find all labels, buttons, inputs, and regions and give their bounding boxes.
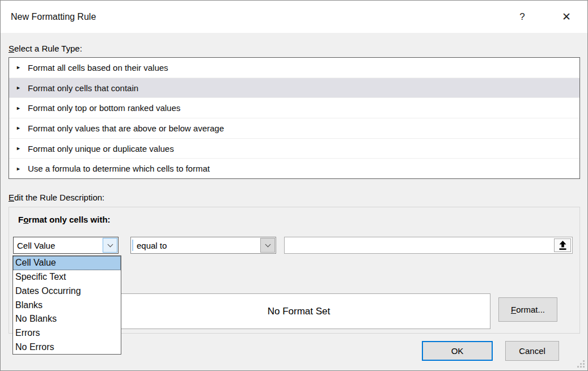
format-button[interactable]: Format... [498, 297, 557, 322]
rule-type-option-above-below-average[interactable]: ► Format only values that are above or b… [9, 118, 579, 139]
rule-type-listbox: ► Format all cells based on their values… [9, 57, 580, 179]
chevron-down-icon[interactable] [260, 238, 275, 253]
rule-type-option-label: Format only values that are above or bel… [28, 123, 224, 133]
format-preview-text: No Format Set [268, 306, 331, 317]
arrow-right-icon: ► [16, 65, 23, 70]
select-rule-type-label: Select a Rule Type: [9, 44, 82, 53]
arrow-right-icon: ► [16, 85, 23, 91]
value-input[interactable] [285, 237, 572, 253]
rule-type-option-top-bottom-ranked[interactable]: ► Format only top or bottom ranked value… [9, 98, 579, 118]
rule-type-option-use-formula[interactable]: ► Use a formula to determine which cells… [9, 159, 579, 178]
rule-type-option-label: Use a formula to determine which cells t… [28, 164, 210, 173]
dropdown-option-cell-value[interactable]: Cell Value [13, 256, 121, 270]
dialog-title: New Formatting Rule [11, 1, 96, 33]
rule-type-option-label: Format only top or bottom ranked values [28, 103, 180, 113]
rule-type-option-label: Format only unique or duplicate values [28, 144, 174, 153]
arrow-right-icon: ► [16, 166, 23, 172]
arrow-right-icon: ► [16, 146, 23, 151]
rule-type-option-label: Format all cells based on their values [28, 63, 168, 73]
rule-type-option-label: Format only cells that contain [28, 83, 138, 93]
help-button[interactable]: ? [508, 1, 536, 33]
value-input-wrap [284, 237, 573, 254]
up-arrow-icon [559, 241, 567, 250]
edit-rule-description-label: Edit the Rule Description: [9, 193, 104, 202]
rule-type-option-format-all-cells[interactable]: ► Format all cells based on their values [9, 58, 579, 78]
rule-type-option-unique-duplicate[interactable]: ► Format only unique or duplicate values [9, 139, 579, 159]
new-formatting-rule-dialog: New Formatting Rule ? ✕ Select a Rule Ty… [0, 0, 588, 371]
ok-button[interactable]: OK [422, 341, 493, 361]
rule-type-option-cells-that-contain[interactable]: ► Format only cells that contain [9, 78, 579, 99]
titlebar: New Formatting Rule ? ✕ [1, 1, 587, 33]
cell-type-combobox-value: Cell Value [14, 241, 102, 250]
dropdown-option-no-blanks[interactable]: No Blanks [13, 312, 121, 326]
dropdown-option-specific-text[interactable]: Specific Text [13, 270, 121, 284]
arrow-right-icon: ► [16, 105, 23, 111]
dropdown-option-errors[interactable]: Errors [13, 326, 121, 340]
cell-type-combobox[interactable]: Cell Value [13, 237, 119, 254]
resize-grip-icon[interactable] [577, 360, 585, 368]
operator-combobox-value: equal to [133, 241, 260, 250]
collapse-dialog-button[interactable] [554, 238, 571, 252]
close-icon: ✕ [562, 10, 571, 23]
dropdown-option-dates-occurring[interactable]: Dates Occurring [13, 284, 121, 298]
dropdown-option-no-errors[interactable]: No Errors [13, 340, 121, 354]
format-preview: No Format Set [107, 293, 490, 329]
help-icon: ? [519, 11, 524, 23]
cell-type-dropdown-list: Cell Value Specific Text Dates Occurring… [12, 255, 121, 355]
chevron-down-icon[interactable] [103, 238, 117, 253]
cancel-button[interactable]: Cancel [505, 341, 559, 361]
dropdown-option-blanks[interactable]: Blanks [13, 298, 121, 312]
arrow-right-icon: ► [16, 125, 23, 131]
close-button[interactable]: ✕ [552, 1, 581, 33]
format-only-cells-with-label: Format only cells with: [18, 215, 111, 224]
operator-combobox[interactable]: equal to [130, 237, 276, 254]
